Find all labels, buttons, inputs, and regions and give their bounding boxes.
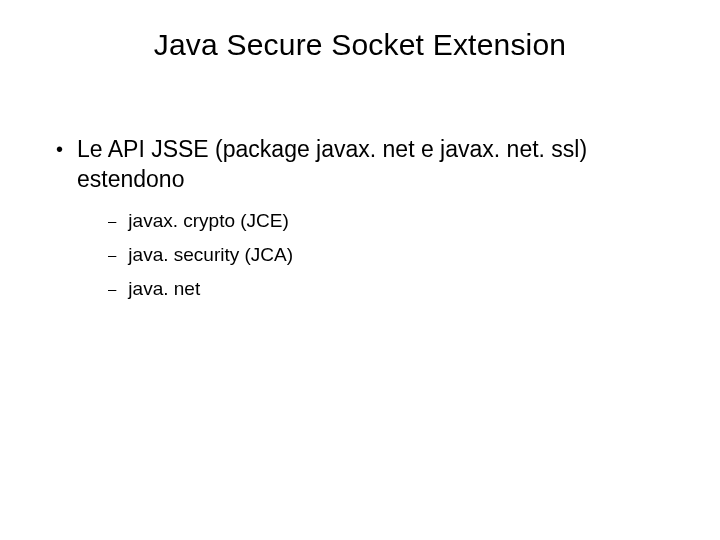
bullet-text: Le API JSSE (package javax. net e javax.… [77,134,670,194]
dash-icon: – [108,208,116,234]
sub-bullet-text: javax. crypto (JCE) [128,208,288,234]
sub-bullet-item: – java. security (JCA) [108,242,670,268]
slide: Java Secure Socket Extension • Le API JS… [0,0,720,540]
sub-bullet-item: – java. net [108,276,670,302]
dash-icon: – [108,276,116,302]
dash-icon: – [108,242,116,268]
sub-bullet-item: – javax. crypto (JCE) [108,208,670,234]
sub-bullet-list: – javax. crypto (JCE) – java. security (… [108,208,670,302]
bullet-dot-icon: • [56,134,63,164]
bullet-item: • Le API JSSE (package javax. net e java… [56,134,670,194]
slide-title: Java Secure Socket Extension [50,28,670,62]
sub-bullet-text: java. security (JCA) [128,242,293,268]
sub-bullet-text: java. net [128,276,200,302]
